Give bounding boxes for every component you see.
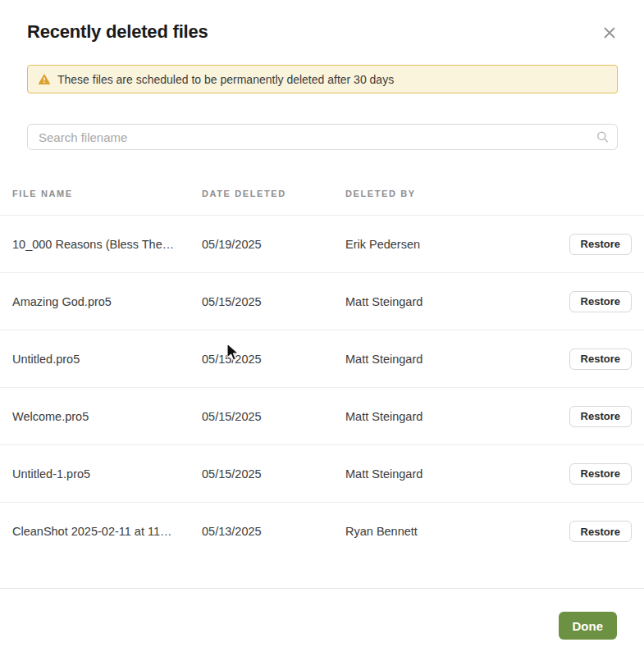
date-deleted-cell: 05/13/2025: [202, 525, 345, 538]
file-name-cell: Untitled.pro5: [12, 353, 202, 366]
done-button[interactable]: Done: [559, 612, 618, 640]
restore-button[interactable]: Restore: [569, 348, 632, 370]
deleted-files-table: FILE NAME DATE DELETED DELETED BY 10_000…: [0, 189, 644, 560]
deleted-by-cell: Ryan Bennett: [345, 525, 558, 538]
warning-message: These files are scheduled to be permanen…: [57, 73, 394, 86]
date-deleted-cell: 05/15/2025: [202, 353, 345, 366]
file-name-cell: CleanShot 2025-02-11 at 11…: [12, 525, 202, 538]
table-row: Amazing God.pro5 05/15/2025 Matt Steinga…: [0, 273, 644, 330]
deleted-by-cell: Erik Pedersen: [345, 238, 558, 251]
table-row: 10_000 Reasons (Bless The… 05/19/2025 Er…: [0, 216, 644, 273]
date-deleted-cell: 05/19/2025: [202, 238, 345, 251]
search-icon: [596, 131, 609, 144]
table-row: Untitled-1.pro5 05/15/2025 Matt Steingar…: [0, 445, 644, 503]
column-header-date-deleted: DATE DELETED: [202, 189, 345, 198]
file-name-cell: 10_000 Reasons (Bless The…: [12, 238, 202, 251]
column-header-deleted-by: DELETED BY: [345, 189, 558, 198]
date-deleted-cell: 05/15/2025: [202, 295, 345, 308]
search-bar: [27, 124, 618, 150]
search-input[interactable]: [27, 124, 618, 150]
table-row: Welcome.pro5 05/15/2025 Matt Steingard R…: [0, 388, 644, 445]
column-header-file-name: FILE NAME: [12, 189, 202, 198]
dialog-header: Recently deleted files: [0, 0, 644, 43]
restore-button[interactable]: Restore: [569, 521, 632, 542]
restore-button[interactable]: Restore: [569, 463, 632, 485]
warning-banner: These files are scheduled to be permanen…: [27, 65, 618, 93]
restore-button[interactable]: Restore: [569, 234, 632, 255]
date-deleted-cell: 05/15/2025: [202, 467, 345, 481]
deleted-by-cell: Matt Steingard: [345, 353, 558, 366]
restore-button[interactable]: Restore: [569, 406, 632, 427]
deleted-by-cell: Matt Steingard: [345, 410, 558, 423]
close-button[interactable]: [600, 23, 619, 43]
warning-icon: [39, 74, 50, 84]
deleted-by-cell: Matt Steingard: [345, 467, 558, 481]
file-name-cell: Untitled-1.pro5: [12, 467, 202, 481]
file-name-cell: Amazing God.pro5: [12, 295, 202, 308]
restore-button[interactable]: Restore: [569, 291, 632, 312]
table-row: CleanShot 2025-02-11 at 11… 05/13/2025 R…: [0, 503, 644, 560]
date-deleted-cell: 05/15/2025: [202, 410, 345, 423]
page-title: Recently deleted files: [27, 21, 208, 43]
file-name-cell: Welcome.pro5: [12, 410, 202, 423]
table-row: Untitled.pro5 05/15/2025 Matt Steingard …: [0, 330, 644, 388]
table-header-row: FILE NAME DATE DELETED DELETED BY: [0, 189, 644, 216]
dialog-footer: Done: [0, 588, 644, 640]
deleted-by-cell: Matt Steingard: [345, 295, 558, 308]
close-icon: [603, 30, 616, 42]
